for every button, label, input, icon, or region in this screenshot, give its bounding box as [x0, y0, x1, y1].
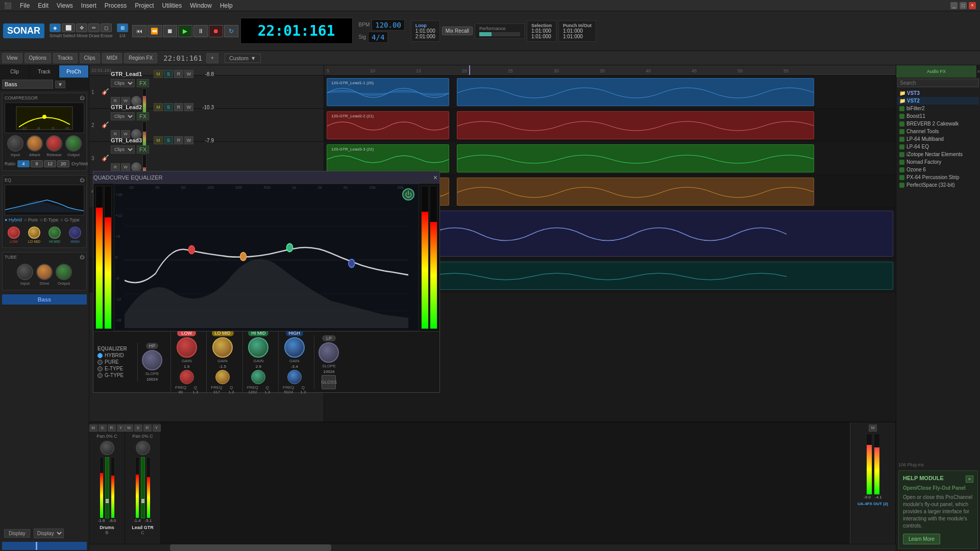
clip-tab[interactable]: Clip: [0, 65, 30, 78]
plugin-lp64multi[interactable]: LP-64 Multiband: [897, 135, 979, 143]
lomid-gain-knob[interactable]: [212, 337, 233, 358]
selection-start[interactable]: 1:01:000: [531, 28, 552, 34]
lp-slope-knob[interactable]: [318, 342, 339, 363]
audio-clip-1a[interactable]: 120-GTR_Lead1-1 (20): [327, 78, 449, 106]
comp-input-knob[interactable]: [7, 135, 23, 152]
audio-clip-1b[interactable]: [457, 78, 814, 106]
pause-btn[interactable]: ⏸: [193, 25, 208, 37]
hybrid-radio[interactable]: HYBRID: [97, 353, 133, 358]
plugin-breverb[interactable]: BREVERB 2 Cakewalk: [897, 120, 979, 128]
plugin-perfectspace[interactable]: PerfectSpace (32-bit): [897, 181, 979, 189]
display-select[interactable]: Display: [34, 529, 64, 538]
etype-radio[interactable]: E-TYPE: [97, 366, 133, 371]
track-2-clips-select[interactable]: Clips: [111, 112, 135, 120]
loop-btn[interactable]: ↻: [224, 25, 238, 37]
track-2-mute[interactable]: M: [154, 103, 163, 111]
eq-power-btn[interactable]: ⏻: [80, 178, 84, 183]
eq-type-etype[interactable]: ○ E-Type: [40, 217, 58, 222]
eq-type-gtype[interactable]: ○ G-Type: [60, 217, 79, 222]
track-3-read[interactable]: R: [111, 163, 120, 171]
track-1-w[interactable]: W: [184, 70, 193, 78]
low-freq-knob[interactable]: [180, 370, 194, 384]
tube-output-knob[interactable]: [56, 264, 72, 280]
horizontal-scrollbar[interactable]: [89, 544, 896, 551]
comp-release-knob[interactable]: [46, 135, 62, 152]
menu-project[interactable]: Project: [135, 2, 154, 9]
track-2-solo[interactable]: S: [164, 103, 173, 111]
drums-m-btn[interactable]: M: [89, 424, 97, 432]
track-3-mute[interactable]: M: [154, 136, 163, 144]
menu-views[interactable]: Views: [57, 2, 73, 9]
menu-window[interactable]: Window: [190, 2, 212, 9]
eq-low-knob[interactable]: [8, 227, 20, 239]
drums-r-btn[interactable]: R: [108, 424, 116, 432]
minimize-button[interactable]: _: [950, 2, 958, 9]
ratio-12-btn[interactable]: 12: [44, 160, 56, 167]
draw-tool[interactable]: ✏: [88, 23, 100, 32]
drums-extra-btn[interactable]: Y: [117, 424, 125, 432]
maximize-button[interactable]: □: [960, 2, 967, 9]
track-3-write[interactable]: W: [121, 163, 130, 171]
audio-clip-2a[interactable]: 120-GTR_Lead2-2 (21): [327, 111, 449, 139]
leadgtr-fader-thumb[interactable]: [141, 499, 145, 503]
eq-high-knob[interactable]: [69, 227, 81, 239]
high-freq-knob[interactable]: [287, 370, 302, 384]
high-gain-knob[interactable]: [284, 337, 305, 358]
track-3-arm[interactable]: R: [174, 136, 183, 144]
low-gain-knob[interactable]: [177, 337, 197, 358]
plugin-boost11[interactable]: Boost11: [897, 112, 979, 120]
proch-tab[interactable]: ProCh: [59, 65, 89, 78]
track-1-mute[interactable]: M: [154, 70, 163, 78]
plugin-px64[interactable]: PX-64 Percussion Strip: [897, 173, 979, 181]
hp-slope-knob[interactable]: [142, 350, 162, 370]
ua4fx-m-btn[interactable]: M: [869, 424, 877, 432]
mix-recall-btn[interactable]: Mix Recall: [442, 27, 473, 35]
eq-type-pure[interactable]: ○ Pure: [24, 217, 38, 222]
track-2-arm[interactable]: R: [174, 103, 183, 111]
track-tab[interactable]: Track: [30, 65, 59, 78]
eq-popup-close-btn[interactable]: ×: [433, 173, 437, 182]
go-start-btn[interactable]: ⏮: [132, 25, 146, 37]
audio-fx-tab[interactable]: Audio FX: [896, 65, 977, 78]
menu-file[interactable]: File: [20, 2, 30, 9]
display-btn[interactable]: Display: [4, 529, 30, 538]
channel-options-btn[interactable]: ▼: [55, 81, 65, 88]
leadgtr-extra-btn[interactable]: Y: [153, 424, 161, 432]
punch-in[interactable]: 1:01:000: [563, 28, 592, 34]
eq-himid-knob[interactable]: [48, 227, 61, 239]
gtype-radio[interactable]: G-TYPE: [97, 372, 133, 378]
plugin-lp64eq[interactable]: LP-64 EQ: [897, 143, 979, 151]
bass-fader-indicator[interactable]: [36, 542, 37, 550]
leadgtr-fader[interactable]: [141, 457, 145, 518]
timesig-value[interactable]: 4/4: [368, 32, 388, 43]
loop-end[interactable]: 2:01:000: [415, 34, 435, 39]
track-3-fx[interactable]: FX: [137, 145, 149, 154]
loop-start[interactable]: 1:01:000: [415, 28, 435, 34]
play-btn[interactable]: ▶: [178, 25, 192, 37]
plugin-bifilter2[interactable]: biFilter2: [897, 105, 979, 112]
ratio-20-btn[interactable]: 20: [57, 160, 69, 167]
drums-fader-thumb[interactable]: [105, 499, 109, 503]
ratio-8-btn[interactable]: 8: [31, 160, 43, 167]
punch-out[interactable]: 1:01:000: [563, 34, 592, 39]
menu-utilities[interactable]: Utilities: [162, 2, 182, 9]
selection-end[interactable]: 1:01:000: [531, 34, 552, 39]
leadgtr-pan-knob[interactable]: [136, 441, 150, 455]
close-button[interactable]: ×: [969, 2, 976, 9]
menu-insert[interactable]: Insert: [81, 2, 96, 9]
track-3-w[interactable]: W: [184, 136, 193, 144]
learn-more-button[interactable]: Learn More: [903, 534, 940, 544]
leadgtr-s-btn[interactable]: S: [134, 424, 142, 432]
track-1-solo[interactable]: S: [164, 70, 173, 78]
track-1-arm[interactable]: R: [174, 70, 183, 78]
channel-name-input[interactable]: [2, 80, 53, 89]
track-2-fx[interactable]: FX: [137, 112, 149, 120]
rewind-btn[interactable]: ⏪: [148, 25, 162, 37]
eq-type-hybrid[interactable]: ● Hybrid: [5, 217, 22, 222]
hscroll-thumb[interactable]: [170, 544, 331, 551]
tube-input-knob[interactable]: [17, 264, 33, 280]
himid-freq-knob[interactable]: [251, 370, 265, 384]
record-btn[interactable]: ⏺: [209, 25, 223, 37]
track-1-clips-select[interactable]: Clips: [111, 79, 135, 87]
plugin-ozone[interactable]: Ozone 6: [897, 166, 979, 173]
